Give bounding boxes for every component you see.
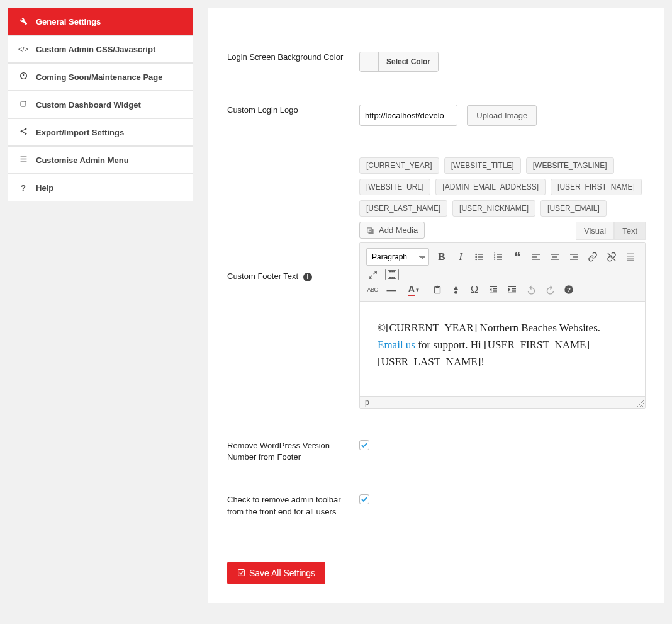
special-char-button[interactable]: Ω xyxy=(468,283,481,296)
shortcode-tags: [CURRENT_YEAR] [WEBSITE_TITLE] [WEBSITE_… xyxy=(359,157,646,217)
svg-rect-14 xyxy=(478,259,483,259)
format-select[interactable]: Paragraph xyxy=(366,248,429,266)
quote-button[interactable]: ❝ xyxy=(511,251,524,263)
svg-rect-34 xyxy=(627,260,634,261)
svg-rect-45 xyxy=(508,293,516,293)
svg-rect-28 xyxy=(573,256,578,257)
sidebar-item-label: Export/Import Settings xyxy=(36,128,124,137)
remove-version-checkbox[interactable] xyxy=(359,440,369,450)
save-all-settings-button[interactable]: Save All Settings xyxy=(227,562,325,584)
text-color-button[interactable]: A ▼ xyxy=(404,283,424,296)
sidebar-item-export-import[interactable]: Export/Import Settings xyxy=(8,118,193,146)
settings-sidebar: General Settings </> Custom Admin CSS/Ja… xyxy=(8,8,193,603)
bullet-list-button[interactable] xyxy=(473,251,486,263)
svg-rect-21 xyxy=(532,254,540,254)
sidebar-item-dashboard-widget[interactable]: Custom Dashboard Widget xyxy=(8,91,193,118)
bold-button[interactable]: B xyxy=(435,251,448,263)
add-media-button[interactable]: Add Media xyxy=(359,222,425,239)
svg-line-36 xyxy=(369,275,371,278)
indent-button[interactable] xyxy=(506,283,518,296)
italic-button[interactable]: I xyxy=(454,251,467,263)
tag-current-year[interactable]: [CURRENT_YEAR] xyxy=(359,157,439,174)
editor-content[interactable]: ©[CURRENT_YEAR] Northern Beaches Website… xyxy=(360,302,645,396)
check-icon xyxy=(361,496,368,503)
svg-rect-26 xyxy=(551,259,559,259)
sidebar-item-customise-menu[interactable]: Customise Admin Menu xyxy=(8,146,193,174)
sidebar-item-custom-css-js[interactable]: </> Custom Admin CSS/Javascript xyxy=(8,35,193,63)
editor-status-bar: p xyxy=(360,396,645,408)
svg-rect-23 xyxy=(532,259,540,259)
align-right-button[interactable] xyxy=(568,251,580,263)
link-button[interactable] xyxy=(586,251,599,263)
sidebar-item-coming-soon[interactable]: Coming Soon/Maintenance Page xyxy=(8,63,193,91)
svg-point-3 xyxy=(25,128,26,130)
wysiwyg-editor: Paragraph B I 123 ❝ xyxy=(359,242,646,409)
svg-rect-10 xyxy=(478,254,483,254)
tag-admin-email[interactable]: [ADMIN_EMAIL_ADDRESS] xyxy=(435,179,546,195)
svg-rect-12 xyxy=(478,256,483,257)
svg-rect-22 xyxy=(532,256,537,257)
color-picker[interactable]: Select Color xyxy=(359,52,439,72)
svg-rect-25 xyxy=(552,256,557,257)
help-button[interactable]: ? xyxy=(563,283,575,296)
svg-rect-40 xyxy=(490,293,497,293)
sidebar-item-label: Coming Soon/Maintenance Page xyxy=(36,72,163,82)
svg-rect-20 xyxy=(497,259,502,259)
remove-toolbar-checkbox[interactable] xyxy=(359,494,369,504)
svg-rect-16 xyxy=(497,254,502,254)
toolbar-toggle-button[interactable]: ▪▪▪▪▪▪ xyxy=(385,269,399,280)
outdent-button[interactable] xyxy=(487,283,500,296)
tag-website-title[interactable]: [WEBSITE_TITLE] xyxy=(444,157,521,174)
number-list-button[interactable]: 123 xyxy=(492,251,505,263)
strikethrough-button[interactable]: ABC xyxy=(366,283,379,296)
login-bg-color-label: Login Screen Background Color xyxy=(227,52,359,73)
info-icon[interactable]: i xyxy=(303,273,312,281)
custom-logo-input[interactable] xyxy=(359,105,457,126)
mode-text[interactable]: Text xyxy=(614,222,646,240)
unlink-button[interactable] xyxy=(605,251,618,263)
svg-rect-42 xyxy=(508,286,516,287)
align-center-button[interactable] xyxy=(549,251,561,263)
wrench-icon xyxy=(18,16,28,27)
tag-user-first-name[interactable]: [USER_FIRST_NAME] xyxy=(551,179,642,195)
resize-handle[interactable] xyxy=(637,400,644,407)
redo-button[interactable] xyxy=(544,283,556,296)
fullscreen-button[interactable] xyxy=(366,268,379,281)
email-us-link[interactable]: Email us xyxy=(378,339,415,351)
sidebar-item-label: Customise Admin Menu xyxy=(36,156,129,165)
clear-format-button[interactable] xyxy=(449,283,462,296)
share-icon xyxy=(18,127,28,137)
svg-line-35 xyxy=(373,271,376,273)
sidebar-item-label: Custom Admin CSS/Javascript xyxy=(36,45,155,54)
paste-button[interactable] xyxy=(430,283,443,296)
svg-rect-32 xyxy=(627,256,634,256)
align-left-button[interactable] xyxy=(530,251,542,263)
media-icon xyxy=(366,226,375,235)
sidebar-item-general-settings[interactable]: General Settings xyxy=(8,8,193,35)
code-icon: </> xyxy=(18,45,28,53)
svg-rect-18 xyxy=(497,256,502,257)
tag-user-nickname[interactable]: [USER_NICKNAME] xyxy=(452,200,535,217)
more-button[interactable] xyxy=(624,251,637,263)
select-color-label: Select Color xyxy=(379,52,438,71)
sidebar-item-label: General Settings xyxy=(36,17,101,26)
upload-image-button[interactable]: Upload Image xyxy=(467,105,537,126)
svg-marker-41 xyxy=(490,288,491,291)
menu-icon xyxy=(18,155,28,165)
tag-user-email[interactable]: [USER_EMAIL] xyxy=(540,200,607,217)
question-icon: ? xyxy=(18,183,28,193)
tag-user-last-name[interactable]: [USER_LAST_NAME] xyxy=(359,200,447,217)
remove-version-label: Remove WordPress Version Number from Foo… xyxy=(227,440,359,463)
svg-rect-39 xyxy=(493,290,497,291)
tag-website-url[interactable]: [WEBSITE_URL] xyxy=(359,179,430,195)
mode-visual[interactable]: Visual xyxy=(576,222,614,240)
sidebar-item-label: Help xyxy=(36,183,53,193)
svg-text:?: ? xyxy=(567,286,571,293)
svg-rect-2 xyxy=(21,101,26,106)
sidebar-item-help[interactable]: ? Help xyxy=(8,174,193,201)
hr-button[interactable]: — xyxy=(385,283,398,296)
tag-website-tagline[interactable]: [WEBSITE_TAGLINE] xyxy=(526,157,614,174)
svg-rect-43 xyxy=(512,288,516,289)
editor-mode-tabs: Visual Text xyxy=(576,222,646,240)
undo-button[interactable] xyxy=(525,283,537,296)
